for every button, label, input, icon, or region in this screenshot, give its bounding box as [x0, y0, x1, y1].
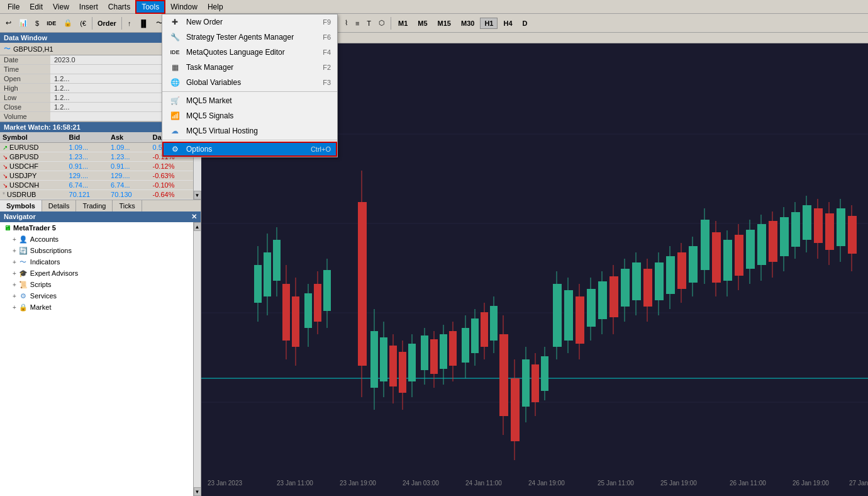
svg-rect-11: [273, 240, 281, 281]
market-watch-row[interactable]: ↘ USDCHF 0.91... 0.91... -0.12%: [0, 162, 193, 171]
toolbar-chart-type[interactable]: 📊: [16, 17, 31, 29]
svg-rect-87: [701, 220, 709, 270]
timeframe-h1[interactable]: H1: [480, 18, 498, 29]
mw-tab-symbols[interactable]: Symbols: [0, 200, 42, 211]
global-vars-shortcut: F3: [323, 79, 331, 86]
mw-cell-ask: 129....: [108, 171, 150, 181]
nav-item-services[interactable]: + ⚙ Services: [0, 290, 193, 302]
market-watch-row[interactable]: ↘ USDCNH 6.74... 6.74... -0.10%: [0, 181, 193, 190]
nav-expand-scripts[interactable]: +: [13, 281, 16, 288]
toolbar-fibs[interactable]: ≡: [352, 18, 362, 29]
mw-cell-direction: ↗ EURUSD: [0, 143, 67, 152]
menu-global-variables[interactable]: 🌐 Global Variables F3: [162, 75, 337, 90]
nav-scroll-up[interactable]: ▲: [194, 222, 201, 231]
new-order-icon: ✚: [169, 17, 181, 27]
nav-expand-expert-advisors[interactable]: +: [13, 270, 16, 277]
nav-item-expert-advisors[interactable]: + 🎓 Expert Advisors: [0, 268, 193, 279]
toolbar-text[interactable]: T: [364, 18, 374, 29]
nav-label-accounts: Accounts: [30, 235, 58, 243]
nav-item-accounts[interactable]: + 👤 Accounts: [0, 234, 193, 245]
menu-window[interactable]: Window: [165, 1, 203, 13]
toolbar-extra[interactable]: (€: [77, 18, 89, 29]
nav-item-scripts[interactable]: + 📜 Scripts: [0, 279, 193, 290]
svg-rect-67: [587, 289, 596, 327]
menu-charts[interactable]: Charts: [103, 1, 135, 13]
menu-strategy-tester[interactable]: 🔧 Strategy Tester Agents Manager F6: [162, 30, 337, 45]
new-order-label: New Order: [186, 18, 318, 26]
nav-expand-services[interactable]: +: [13, 293, 16, 300]
nav-expand-indicators[interactable]: +: [13, 259, 16, 266]
svg-rect-109: [825, 213, 834, 250]
toolbar-shapes[interactable]: ⬡: [376, 17, 388, 29]
menu-help[interactable]: Help: [203, 1, 228, 13]
menu-tools[interactable]: Tools: [135, 0, 165, 14]
col-bid: Bid: [67, 132, 109, 143]
dropdown-sep-1: [162, 91, 337, 92]
nav-item-market[interactable]: + 🔒 Market: [0, 302, 193, 313]
mw-tab-trading[interactable]: Trading: [76, 200, 113, 211]
menu-mql5-signals[interactable]: 📶 MQL5 Signals: [162, 108, 337, 123]
data-label-date: Date: [0, 55, 50, 64]
toolbar: ↩ 📊 $ IDE 🔒 (€ Order ↑ ▐▌ 〜 🔍+ 🔍- ⊞ ⇥ |⇤…: [0, 14, 868, 33]
menu-new-order[interactable]: ✚ New Order F9: [162, 14, 337, 30]
timeframe-m5[interactable]: M5: [413, 18, 431, 29]
toolbar-lock[interactable]: 🔒: [60, 17, 75, 29]
nav-scroll-down[interactable]: ▼: [194, 487, 201, 496]
svg-rect-21: [323, 270, 331, 311]
toolbar-dollar[interactable]: $: [32, 18, 42, 29]
menu-edit[interactable]: Edit: [25, 1, 48, 13]
nav-expand-subscriptions[interactable]: +: [13, 247, 16, 254]
task-manager-icon: ▦: [169, 62, 181, 72]
menu-options[interactable]: ⚙ Options Ctrl+O: [162, 142, 337, 157]
navigator-header: Navigator ✕: [0, 211, 201, 222]
menu-task-manager[interactable]: ▦ Task Manager F2: [162, 60, 337, 75]
toolbar-up-arrow[interactable]: ↑: [125, 18, 135, 29]
nav-item-subscriptions[interactable]: + 🔄 Subscriptions: [0, 245, 193, 256]
navigator-content: 🖥 MetaTrader 5 + 👤 Accounts + 🔄 Subscrip…: [0, 222, 193, 496]
mw-cell-ask: 0.91...: [108, 162, 150, 171]
timeframe-m15[interactable]: M15: [433, 18, 455, 29]
svg-rect-17: [304, 293, 312, 328]
svg-rect-37: [430, 339, 438, 374]
timeframe-m1[interactable]: M1: [394, 18, 412, 29]
mql5-market-icon: 🛒: [169, 96, 181, 106]
navigator-scrollbar: ▲ ▼: [193, 222, 201, 496]
market-watch-title: Market Watch: 16:58:21: [4, 123, 81, 131]
mw-cell-direction: * USDRUB: [0, 190, 67, 200]
menu-file[interactable]: File: [3, 1, 25, 13]
menu-insert[interactable]: Insert: [74, 1, 103, 13]
timeframe-d[interactable]: D: [518, 18, 532, 29]
menu-view[interactable]: View: [48, 1, 74, 13]
mw-scroll-down[interactable]: ▼: [194, 191, 201, 200]
navigator-body: 🖥 MetaTrader 5 + 👤 Accounts + 🔄 Subscrip…: [0, 222, 201, 496]
toolbar-order-label[interactable]: Order: [95, 20, 119, 27]
nav-expand-market[interactable]: +: [13, 304, 16, 311]
svg-rect-77: [643, 269, 652, 307]
navigator-title: Navigator: [4, 213, 36, 221]
mw-cell-bid: 70.121: [67, 190, 109, 200]
svg-rect-93: [735, 235, 743, 276]
toolbar-ide[interactable]: IDE: [43, 18, 59, 28]
svg-rect-13: [282, 284, 290, 341]
market-watch-row[interactable]: ↘ USDJPY 129.... 129.... -0.63%: [0, 171, 193, 181]
svg-rect-89: [712, 232, 721, 283]
navigator-close-icon[interactable]: ✕: [191, 213, 197, 221]
svg-rect-71: [609, 276, 618, 317]
toolbar-sep-1: [92, 17, 92, 30]
market-watch-row[interactable]: * USDRUB 70.121 70.130 -0.64%: [0, 190, 193, 200]
menu-metaquotes-editor[interactable]: IDE MetaQuotes Language Editor F4: [162, 45, 337, 60]
mw-tab-ticks[interactable]: Ticks: [113, 200, 142, 211]
timeframe-h4[interactable]: H4: [499, 18, 516, 29]
mw-cell-direction: ↘ USDJPY: [0, 171, 67, 181]
nav-item-indicators[interactable]: + 〜 Indicators: [0, 256, 193, 268]
toolbar-polyline[interactable]: ⌇: [342, 17, 351, 29]
nav-expand-accounts[interactable]: +: [13, 236, 16, 243]
toolbar-bars[interactable]: ▐▌: [135, 18, 152, 29]
mw-cell-change: -0.10%: [150, 181, 193, 190]
menu-bar: File Edit View Insert Charts Tools Windo…: [0, 0, 868, 14]
menu-mql5-hosting[interactable]: ☁ MQL5 Virtual Hosting: [162, 123, 337, 138]
menu-mql5-market[interactable]: 🛒 MQL5 Market: [162, 93, 337, 108]
timeframe-m30[interactable]: M30: [457, 18, 479, 29]
mw-tab-details[interactable]: Details: [42, 200, 77, 211]
toolbar-new-chart[interactable]: ↩: [3, 17, 14, 29]
